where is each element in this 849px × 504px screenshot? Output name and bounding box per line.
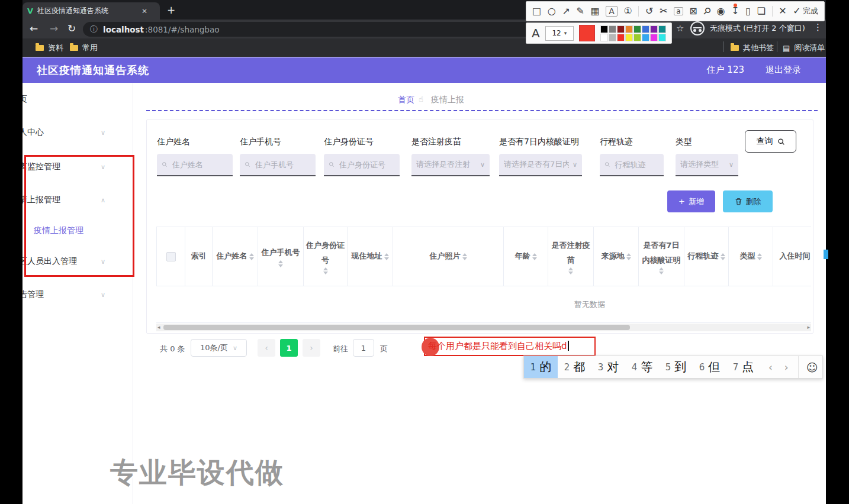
- palette-color[interactable]: [617, 25, 625, 33]
- column-header[interactable]: 入住时间: [773, 227, 811, 286]
- ocr-tool-icon[interactable]: ⊠: [689, 7, 697, 16]
- logout-link[interactable]: 退出登录: [766, 64, 801, 76]
- scroll-right-icon[interactable]: ▸: [807, 324, 810, 330]
- column-header[interactable]: 是否有7日内核酸证明: [639, 227, 684, 286]
- ime-prev-icon[interactable]: ‹: [768, 361, 773, 373]
- add-button[interactable]: + 新增: [667, 190, 715, 212]
- device-tool-icon[interactable]: ▯: [745, 7, 751, 16]
- sidebar-item-home[interactable]: 首页: [11, 94, 105, 105]
- column-header[interactable]: 住户照片: [393, 227, 504, 286]
- translate-tool-icon[interactable]: a: [674, 7, 683, 15]
- phone-filter-field[interactable]: [254, 160, 311, 170]
- back-icon[interactable]: ←: [30, 22, 38, 34]
- ellipse-tool-icon[interactable]: ○: [548, 7, 556, 16]
- download-tool-icon[interactable]: ↧: [731, 7, 739, 16]
- idcard-filter-field[interactable]: [338, 160, 395, 170]
- ime-candidate[interactable]: 7点: [726, 356, 760, 378]
- column-header[interactable]: 来源地: [594, 227, 639, 286]
- name-filter-input[interactable]: [157, 154, 233, 176]
- sort-icon[interactable]: [757, 253, 762, 260]
- palette-color[interactable]: [642, 25, 649, 33]
- sort-icon[interactable]: [568, 267, 573, 274]
- delete-button[interactable]: 删除: [723, 190, 773, 212]
- bookmark-tool-icon[interactable]: ❏: [757, 7, 766, 16]
- palette-color[interactable]: [617, 34, 625, 41]
- palette-color[interactable]: [650, 34, 658, 41]
- scroll-left-icon[interactable]: ◂: [157, 324, 160, 330]
- sort-icon[interactable]: [323, 267, 328, 274]
- phone-filter-input[interactable]: [240, 154, 316, 176]
- select-all-checkbox[interactable]: [166, 252, 176, 261]
- palette-color[interactable]: [633, 25, 641, 33]
- name-filter-field[interactable]: [171, 160, 228, 170]
- browser-menu-icon[interactable]: ⋮: [813, 22, 822, 33]
- sort-icon[interactable]: [532, 253, 537, 260]
- reload-icon[interactable]: ↻: [67, 22, 76, 34]
- undo-icon[interactable]: ↺: [645, 7, 653, 16]
- sidebar-item-announcements[interactable]: 公告管理 ∨: [11, 289, 105, 300]
- sort-icon[interactable]: [278, 260, 283, 267]
- next-page-button[interactable]: ›: [303, 339, 320, 357]
- palette-color[interactable]: [650, 25, 658, 33]
- bookmark-star-icon[interactable]: ☆: [676, 23, 684, 34]
- scrollbar-thumb[interactable]: [163, 325, 630, 330]
- ime-candidate[interactable]: 6但: [693, 356, 726, 378]
- palette-color[interactable]: [658, 25, 666, 33]
- column-header[interactable]: 类型: [729, 227, 773, 286]
- sort-icon[interactable]: [384, 253, 389, 260]
- ime-candidate[interactable]: 5到: [659, 356, 693, 378]
- finish-capture-button[interactable]: ✓ 完成: [793, 6, 818, 17]
- palette-color[interactable]: [633, 34, 641, 41]
- palette-color[interactable]: [642, 34, 649, 41]
- arrow-tool-icon[interactable]: ↗: [562, 7, 570, 16]
- column-header[interactable]: 住户姓名: [213, 227, 258, 286]
- bookmark-item[interactable]: 常用: [70, 43, 98, 53]
- ime-emoji-icon[interactable]: ☺: [798, 356, 818, 378]
- palette-color[interactable]: [600, 34, 608, 41]
- palette-color[interactable]: [625, 25, 633, 33]
- rect-tool-icon[interactable]: □: [532, 7, 541, 16]
- text-tool-icon[interactable]: A: [606, 6, 618, 17]
- horizontal-scrollbar[interactable]: ◂ ▸: [156, 324, 811, 331]
- sort-icon[interactable]: [721, 253, 725, 260]
- column-header[interactable]: 住户手机号: [258, 227, 304, 286]
- prev-page-button[interactable]: ‹: [258, 339, 275, 357]
- pin-tool-icon[interactable]: ⚲: [701, 5, 713, 17]
- font-size-select[interactable]: 12 ▾: [545, 26, 574, 41]
- ime-candidate[interactable]: 3对: [591, 356, 625, 378]
- palette-color[interactable]: [609, 25, 616, 33]
- palette-color[interactable]: [600, 25, 608, 33]
- current-color-swatch[interactable]: [579, 25, 595, 41]
- palette-color[interactable]: [658, 34, 666, 41]
- sort-icon[interactable]: [462, 253, 467, 260]
- search-button[interactable]: 查询: [745, 130, 796, 153]
- ime-candidate[interactable]: 4等: [625, 356, 659, 378]
- palette-color[interactable]: [625, 34, 633, 41]
- column-header[interactable]: 现住地址: [348, 227, 393, 286]
- sidebar-item-personal-center[interactable]: 个人中心 ∨: [11, 127, 105, 138]
- cut-tool-icon[interactable]: ✂: [660, 7, 667, 16]
- record-tool-icon[interactable]: ◉: [717, 7, 725, 16]
- column-header[interactable]: 住户身份证号: [304, 227, 348, 286]
- ime-candidate[interactable]: 2都: [558, 356, 591, 378]
- reading-list-button[interactable]: ▤ 阅读清单: [783, 43, 825, 53]
- close-tab-icon[interactable]: ✕: [142, 7, 147, 15]
- other-bookmarks-button[interactable]: 其他书签: [731, 43, 774, 53]
- pen-tool-icon[interactable]: ✎: [576, 7, 584, 16]
- sort-icon[interactable]: [626, 253, 631, 260]
- forward-icon[interactable]: →: [50, 22, 58, 34]
- page-size-select[interactable]: 10条/页 ∨: [191, 339, 247, 357]
- trip-filter-input[interactable]: [600, 154, 664, 176]
- browser-tab[interactable]: V 社区疫情通知通告系统 ✕: [22, 2, 160, 20]
- sort-icon[interactable]: [659, 267, 664, 274]
- sort-icon[interactable]: [249, 253, 254, 260]
- current-page-button[interactable]: 1: [280, 339, 298, 357]
- idcard-filter-input[interactable]: [324, 154, 400, 176]
- trip-filter-field[interactable]: [613, 160, 659, 170]
- mosaic-tool-icon[interactable]: ▦: [590, 7, 599, 16]
- column-header[interactable]: 年龄: [504, 227, 548, 286]
- bookmark-item[interactable]: 资料: [36, 43, 63, 53]
- palette-color[interactable]: [609, 34, 616, 41]
- number-tool-icon[interactable]: ①: [623, 7, 632, 16]
- incognito-badge[interactable]: 无痕模式 (已打开 2 个窗口): [690, 21, 805, 35]
